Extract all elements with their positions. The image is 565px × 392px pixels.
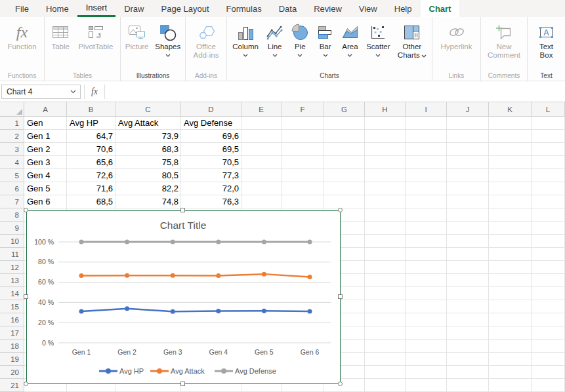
row-header-15[interactable]: 15 [0,300,24,313]
column-header-K[interactable]: K [489,102,532,117]
row-header-17[interactable]: 17 [0,326,24,340]
row-header-20[interactable]: 20 [0,366,24,379]
row-header-2[interactable]: 2 [0,130,24,143]
cell-C5[interactable]: 80,5 [115,169,181,182]
insert-function-button[interactable]: fx [84,85,105,99]
column-header-H[interactable]: H [365,102,406,117]
column-chart-button[interactable]: Column [230,22,261,58]
tab-chart[interactable]: Chart [421,0,460,17]
tab-insert[interactable]: Insert [77,0,116,17]
column-header-I[interactable]: I [406,102,447,117]
row-header-13[interactable]: 13 [0,274,24,287]
cell-A5[interactable]: Gen 4 [24,169,67,182]
tab-file[interactable]: File [7,0,37,17]
cell-B4[interactable]: 65,6 [67,156,115,169]
series-avg-attack[interactable] [79,272,312,279]
row-header-7[interactable]: 7 [0,195,24,208]
cell-C4[interactable]: 75,8 [115,156,181,169]
other-charts-button[interactable]: Other Charts [396,22,429,60]
cell-B6[interactable]: 71,6 [67,182,115,195]
cell-D1[interactable]: Avg Defense [181,117,241,130]
legend-item-avg-attack[interactable]: Avg Attack [150,367,205,375]
row-header-21[interactable]: 21 [0,379,24,392]
chart-resize-handle-se[interactable] [338,382,343,386]
tab-review[interactable]: Review [305,0,350,17]
text-box-button[interactable]: A Text Box [535,22,557,60]
cell-D3[interactable]: 69,5 [181,143,241,156]
cell-B3[interactable]: 70,6 [67,143,115,156]
cell-D7[interactable]: 76,3 [181,195,241,208]
column-header-G[interactable]: G [324,102,365,117]
row-header-16[interactable]: 16 [0,313,24,326]
tab-draw[interactable]: Draw [115,0,152,17]
series-avg-defense[interactable] [79,240,312,245]
name-box[interactable]: Chart 4 [1,85,81,99]
legend-item-avg-defense[interactable]: Avg Defense [215,367,276,375]
formula-input[interactable] [106,82,565,102]
select-all-corner[interactable] [0,102,24,117]
chart-resize-handle-w[interactable] [24,294,28,299]
bar-chart-button[interactable]: Bar [315,22,336,58]
new-comment-button[interactable]: New Comment [486,22,522,60]
shapes-button[interactable]: Shapes [153,22,182,58]
chart-title[interactable]: Chart Title [160,220,207,231]
column-header-E[interactable]: E [241,102,282,117]
tab-page-layout[interactable]: Page Layout [153,0,218,17]
tab-formulas[interactable]: Formulas [218,0,270,17]
cell-B5[interactable]: 72,6 [67,169,115,182]
table-button[interactable]: Table [49,22,72,51]
row-header-18[interactable]: 18 [0,340,24,353]
row-header-19[interactable]: 19 [0,353,24,366]
line-chart-button[interactable]: Line [264,22,285,58]
tab-help[interactable]: Help [386,0,421,17]
cell-C6[interactable]: 82,2 [115,182,181,195]
cell-C1[interactable]: Avg Attack [115,117,181,130]
series-avg-hp[interactable] [79,306,312,313]
area-chart-button[interactable]: Area [339,22,361,58]
pie-chart-button[interactable]: Pie [289,22,311,58]
cell-C3[interactable]: 68,3 [115,143,181,156]
tab-home[interactable]: Home [37,0,77,17]
cell-A7[interactable]: Gen 6 [24,195,67,208]
cell-C2[interactable]: 73,9 [115,130,181,143]
column-header-A[interactable]: A [24,102,67,117]
chart-legend[interactable]: Avg HPAvg AttackAvg Defense [99,367,276,375]
chart-resize-handle-s[interactable] [180,382,185,386]
cell-A1[interactable]: Gen [24,117,67,130]
row-header-3[interactable]: 3 [0,143,24,156]
column-header-D[interactable]: D [181,102,241,117]
cell-D4[interactable]: 70,5 [181,156,241,169]
cell-C7[interactable]: 74,8 [115,195,181,208]
row-header-5[interactable]: 5 [0,169,24,182]
cell-A4[interactable]: Gen 3 [24,156,67,169]
cell-B1[interactable]: Avg HP [67,117,115,130]
cell-D2[interactable]: 69,6 [181,130,241,143]
row-header-12[interactable]: 12 [0,261,24,274]
name-box-chevron-down-icon[interactable] [70,90,80,94]
tab-data[interactable]: Data [270,0,305,17]
row-header-4[interactable]: 4 [0,156,24,169]
scatter-chart-button[interactable]: Scatter [364,22,392,58]
row-header-8[interactable]: 8 [0,208,24,222]
chart-resize-handle-sw[interactable] [24,382,28,386]
cell-A3[interactable]: Gen 2 [24,143,67,156]
chart-resize-handle-nw[interactable] [24,208,28,212]
cell-A6[interactable]: Gen 5 [24,182,67,195]
chart-resize-handle-e[interactable] [338,294,343,299]
hyperlink-button[interactable]: Hyperlink [439,22,474,51]
row-header-11[interactable]: 11 [0,248,24,261]
column-header-J[interactable]: J [447,102,489,117]
tab-view[interactable]: View [350,0,386,17]
cell-D5[interactable]: 77,3 [181,169,241,182]
row-header-1[interactable]: 1 [0,117,24,130]
row-header-6[interactable]: 6 [0,182,24,195]
legend-item-avg-hp[interactable]: Avg HP [99,367,144,375]
column-header-C[interactable]: C [115,102,181,117]
column-header-L[interactable]: L [532,102,565,117]
x-axis-labels[interactable]: Gen 1Gen 2Gen 3Gen 4Gen 5Gen 6 [72,348,320,356]
row-header-14[interactable]: 14 [0,287,24,300]
row-header-10[interactable]: 10 [0,235,24,248]
pivottable-button[interactable]: PivotTable [76,22,115,51]
y-axis-labels[interactable]: 0 %20 %40 %60 %80 %100 % [34,238,54,347]
embedded-chart[interactable]: Chart Title0 %20 %40 %60 %80 %100 %Gen 1… [26,210,341,384]
